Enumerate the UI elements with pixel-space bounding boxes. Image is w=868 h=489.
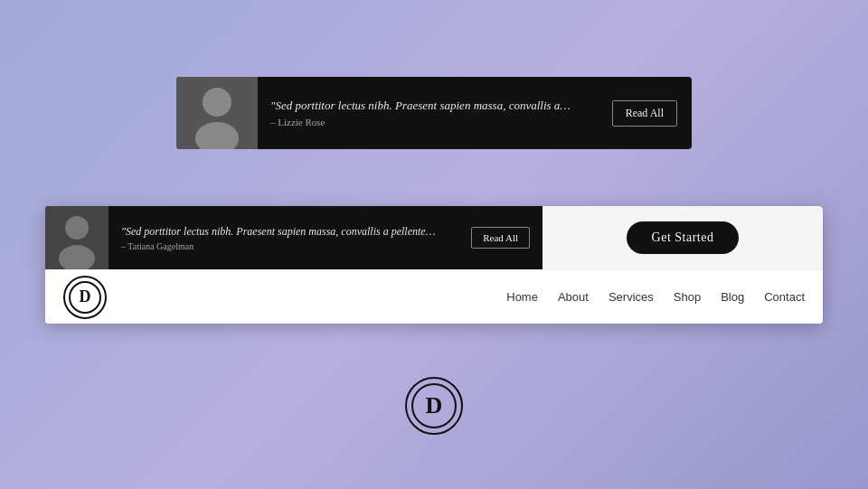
get-started-button[interactable]: Get Started	[627, 221, 740, 254]
nav-link-shop[interactable]: Shop	[674, 290, 701, 304]
logo: D	[63, 276, 107, 319]
bottom-widget: "Sed porttitor lectus nibh. Praesent sap…	[45, 206, 823, 324]
top-card-content: "Sed porttitor lectus nibh. Praesent sap…	[258, 88, 598, 138]
svg-point-1	[203, 88, 231, 117]
bottom-read-all-button[interactable]: Read All	[471, 227, 530, 249]
bottom-avatar	[45, 206, 108, 269]
nav-links: Home About Services Shop Blog Contact	[506, 290, 805, 304]
nav-link-services[interactable]: Services	[609, 290, 654, 304]
top-avatar	[176, 77, 258, 149]
nav-link-about[interactable]: About	[558, 290, 589, 304]
bottom-logo: D	[405, 377, 463, 435]
nav-link-contact[interactable]: Contact	[764, 290, 805, 304]
top-read-all-button[interactable]: Read All	[612, 100, 677, 127]
top-quote-text: "Sed porttitor lectus nibh. Praesent sap…	[270, 99, 585, 113]
bottom-quote-text: "Sed porttitor lectus nibh. Praesent sap…	[121, 225, 446, 239]
bottom-author: – Tatiana Gagelman	[121, 241, 446, 251]
bottom-logo-letter: D	[411, 383, 457, 428]
top-author: – Lizzie Rose	[270, 117, 585, 127]
logo-inner: D	[69, 281, 101, 314]
bottom-card-content: "Sed porttitor lectus nibh. Praesent sap…	[108, 216, 458, 260]
logo-letter: D	[80, 287, 91, 306]
svg-point-4	[65, 216, 89, 240]
top-testimonial-card: "Sed porttitor lectus nibh. Praesent sap…	[176, 77, 692, 149]
navbar: D Home About Services Shop Blog Contact	[45, 269, 823, 324]
nav-link-home[interactable]: Home	[506, 290, 538, 304]
dark-section: "Sed porttitor lectus nibh. Praesent sap…	[45, 206, 823, 269]
nav-link-blog[interactable]: Blog	[721, 290, 744, 304]
cta-area: Get Started	[542, 206, 823, 269]
